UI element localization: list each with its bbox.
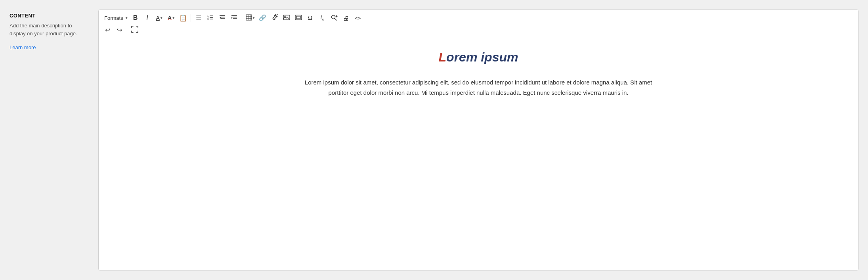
fullscreen-icon xyxy=(131,26,138,34)
editor-container: Formats ▼ B I A ▼ A ▼ 📋 ☰ xyxy=(98,10,858,270)
svg-line-19 xyxy=(277,14,277,15)
source-button[interactable]: <> xyxy=(352,12,363,23)
sidebar: CONTENT Add the main description to disp… xyxy=(10,10,89,270)
underline-dropdown-arrow: ▼ xyxy=(160,16,163,20)
svg-line-27 xyxy=(335,18,336,20)
special-char-button[interactable]: Ω xyxy=(305,12,316,23)
unlink-icon xyxy=(271,14,278,22)
special-char-icon: Ω xyxy=(308,15,312,21)
content-body: Lorem ipsum dolor sit amet, consectetur … xyxy=(300,77,657,98)
link-button[interactable]: 🔗 xyxy=(257,12,268,23)
toolbar: Formats ▼ B I A ▼ A ▼ 📋 ☰ xyxy=(99,10,858,37)
separator-2 xyxy=(242,14,242,22)
heading-rest: orem ipsum xyxy=(446,50,518,64)
italic-button[interactable]: I xyxy=(142,12,153,23)
svg-marker-13 xyxy=(231,17,233,19)
editor-content[interactable]: Lorem ipsum Lorem ipsum dolor sit amet, … xyxy=(99,37,858,270)
clear-format-button[interactable]: Ix xyxy=(317,12,328,23)
media-button[interactable] xyxy=(293,12,304,23)
unordered-list-button[interactable]: ☰ xyxy=(193,12,204,23)
sidebar-title: CONTENT xyxy=(10,13,89,19)
separator-3 xyxy=(127,26,127,34)
underline-button[interactable]: A ▼ xyxy=(154,12,165,23)
copy-format-icon: 📋 xyxy=(179,14,187,22)
unordered-list-icon: ☰ xyxy=(196,14,201,22)
heading-first-letter: L xyxy=(439,50,447,64)
indent-increase-button[interactable] xyxy=(229,12,240,23)
image-button[interactable] xyxy=(281,12,292,23)
font-color-button[interactable]: A ▼ xyxy=(166,12,177,23)
redo-button[interactable]: ↪ xyxy=(114,24,125,35)
clear-format-icon: Ix xyxy=(320,14,323,21)
indent-increase-icon xyxy=(231,14,237,22)
media-icon xyxy=(295,14,302,22)
content-heading: Lorem ipsum xyxy=(122,50,834,65)
indent-decrease-icon xyxy=(219,14,226,22)
table-button[interactable]: ▼ xyxy=(244,12,256,23)
find-replace-button[interactable] xyxy=(329,12,340,23)
learn-more-link[interactable]: Learn more xyxy=(10,44,36,50)
svg-rect-14 xyxy=(246,15,252,20)
link-icon: 🔗 xyxy=(259,14,266,21)
ordered-list-button[interactable]: 1. 2. 3. xyxy=(205,12,216,23)
table-icon xyxy=(246,14,252,22)
toolbar-row-2: ↩ ↪ xyxy=(102,24,855,35)
ordered-list-icon: 1. 2. 3. xyxy=(207,14,214,22)
fullscreen-button[interactable] xyxy=(129,24,140,35)
bold-button[interactable]: B xyxy=(130,12,141,23)
undo-icon: ↩ xyxy=(105,26,110,34)
font-color-icon: A xyxy=(168,15,172,21)
image-icon xyxy=(283,14,290,22)
font-color-dropdown-arrow: ▼ xyxy=(172,16,175,20)
copy-format-button[interactable]: 📋 xyxy=(178,12,189,23)
undo-button[interactable]: ↩ xyxy=(102,24,113,35)
svg-rect-25 xyxy=(296,16,300,19)
svg-point-23 xyxy=(285,16,286,17)
bold-icon: B xyxy=(133,14,138,21)
formats-dropdown-arrow: ▼ xyxy=(125,16,128,20)
underline-icon: A xyxy=(156,15,159,21)
italic-icon: I xyxy=(146,14,148,21)
svg-marker-9 xyxy=(220,17,221,19)
formats-button[interactable]: Formats ▼ xyxy=(102,12,129,23)
indent-decrease-button[interactable] xyxy=(217,12,228,23)
redo-icon: ↪ xyxy=(117,26,122,34)
formats-label: Formats xyxy=(104,15,123,21)
find-replace-icon xyxy=(331,14,338,22)
table-dropdown-arrow: ▼ xyxy=(252,16,256,20)
toolbar-row-1: Formats ▼ B I A ▼ A ▼ 📋 ☰ xyxy=(102,12,855,23)
source-icon: <> xyxy=(355,15,361,21)
separator-1 xyxy=(191,14,191,22)
unlink-button[interactable] xyxy=(269,12,280,23)
print-button[interactable]: 🖨 xyxy=(340,12,352,23)
sidebar-description: Add the main description to display on y… xyxy=(10,22,89,37)
svg-text:3.: 3. xyxy=(207,18,209,20)
print-icon: 🖨 xyxy=(343,15,349,21)
